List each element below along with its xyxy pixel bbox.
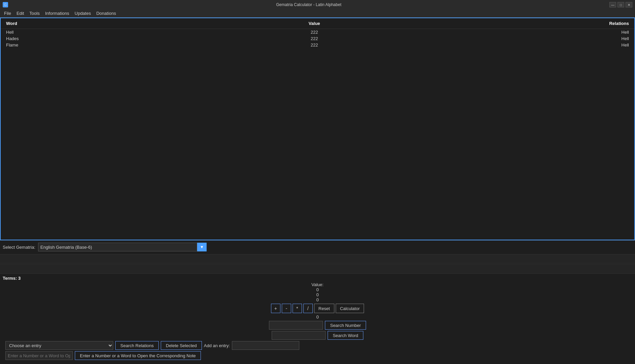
value-0: 0 — [316, 287, 319, 292]
value-section: Value: 0 0 0 — [3, 282, 632, 302]
cell-word-0: Hell — [1, 30, 210, 35]
cell-relations-1: Hell — [419, 36, 634, 41]
value-label: Value: — [311, 282, 324, 287]
table-row[interactable]: Hades 222 Hell — [1, 35, 634, 42]
close-button[interactable]: ✕ — [626, 2, 632, 7]
cell-relations-0: Hell — [419, 30, 634, 35]
add-entry-label: Add an entry: — [204, 343, 230, 348]
window-title: Gematria Calculator - Latin Alphabet — [8, 2, 609, 7]
entry-row: Choose an entry Search Relations Delete … — [5, 341, 630, 350]
col-header-word: Word — [1, 21, 210, 26]
open-note-button[interactable]: Enter a Number or a Word to Open the Cor… — [75, 351, 201, 360]
operator-row: + - * / Reset Calculator — [3, 304, 632, 313]
search-relations-button[interactable]: Search Relations — [115, 341, 159, 350]
plus-button[interactable]: + — [271, 304, 280, 313]
divide-button[interactable]: / — [303, 304, 313, 313]
table-row[interactable]: Flame 222 Hell — [1, 42, 634, 48]
cell-value-1: 222 — [210, 36, 419, 41]
table-header: Word Value Relations — [1, 18, 634, 29]
delete-selected-button[interactable]: Delete Selected — [161, 341, 202, 350]
add-entry-input[interactable] — [232, 341, 299, 350]
search-word-row: Search Word — [3, 331, 632, 340]
cell-word-1: Hades — [1, 36, 210, 41]
calc-area: Terms: 3 Value: 0 0 0 + - * / Reset Calc… — [0, 274, 635, 363]
cell-word-2: Flame — [1, 42, 210, 48]
menu-edit[interactable]: Edit — [14, 10, 27, 17]
search-number-input[interactable] — [269, 321, 323, 330]
gematria-label: Select Gematria: — [3, 245, 35, 250]
menu-updates[interactable]: Updates — [72, 10, 93, 17]
input-row-2 — [0, 264, 635, 274]
menu-bar: File Edit Tools Informations Updates Don… — [0, 9, 635, 18]
result-value: 0 — [3, 314, 632, 320]
input-row-1 — [0, 254, 635, 264]
table-row[interactable]: Hell 222 Hell — [1, 29, 634, 35]
search-number-button[interactable]: Search Number — [325, 321, 366, 330]
results-table: Word Value Relations Hell 222 Hell Hades… — [0, 18, 635, 240]
value-2: 0 — [316, 297, 319, 302]
minimize-button[interactable]: — — [609, 2, 616, 7]
gematria-selector-row: Select Gematria: ▼ — [0, 240, 635, 253]
title-bar: G Gematria Calculator - Latin Alphabet —… — [0, 0, 635, 9]
app-icon: G — [3, 2, 8, 7]
window-controls: — □ ✕ — [609, 2, 632, 7]
value-1: 0 — [316, 292, 319, 297]
cell-relations-2: Hell — [419, 42, 634, 48]
menu-tools[interactable]: Tools — [27, 10, 42, 17]
note-row: Enter a Number or a Word to Open the Cor… — [5, 351, 630, 360]
gematria-input[interactable] — [38, 243, 197, 251]
col-header-value: Value — [210, 21, 419, 26]
multiply-button[interactable]: * — [293, 304, 302, 313]
gematria-dropdown-button[interactable]: ▼ — [197, 243, 207, 251]
cell-value-0: 222 — [210, 30, 419, 35]
search-word-button[interactable]: Search Word — [328, 331, 363, 340]
table-body: Hell 222 Hell Hades 222 Hell Flame 222 H… — [1, 29, 634, 240]
search-word-input[interactable] — [272, 331, 326, 340]
note-input[interactable] — [5, 351, 73, 360]
gematria-select-wrapper: ▼ — [38, 243, 207, 251]
menu-informations[interactable]: Informations — [42, 10, 72, 17]
search-number-row: Search Number — [3, 321, 632, 330]
menu-donations[interactable]: Donations — [94, 10, 119, 17]
minus-button[interactable]: - — [282, 304, 291, 313]
calculator-button[interactable]: Calculator — [336, 304, 364, 313]
cell-value-2: 222 — [210, 42, 419, 48]
terms-count: Terms: 3 — [3, 276, 632, 281]
restore-button[interactable]: □ — [617, 2, 624, 7]
bottom-panel: Select Gematria: ▼ Terms: 3 Value: 0 0 0… — [0, 240, 635, 364]
menu-file[interactable]: File — [1, 10, 14, 17]
col-header-relations: Relations — [419, 21, 634, 26]
choose-entry-select[interactable]: Choose an entry — [5, 341, 113, 350]
reset-button[interactable]: Reset — [314, 304, 334, 313]
